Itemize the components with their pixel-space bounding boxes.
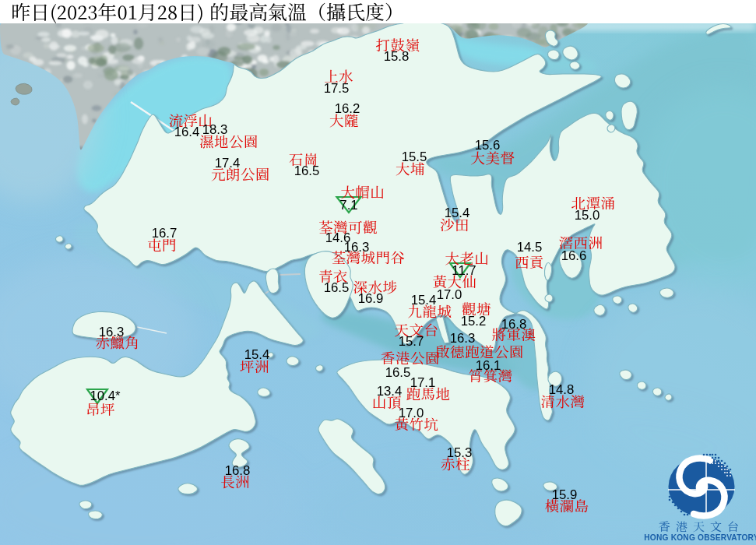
svg-text:香港天文台: 香港天文台 <box>659 519 744 533</box>
svg-text:HONG KONG OBSERVATORY: HONG KONG OBSERVATORY <box>644 533 756 542</box>
